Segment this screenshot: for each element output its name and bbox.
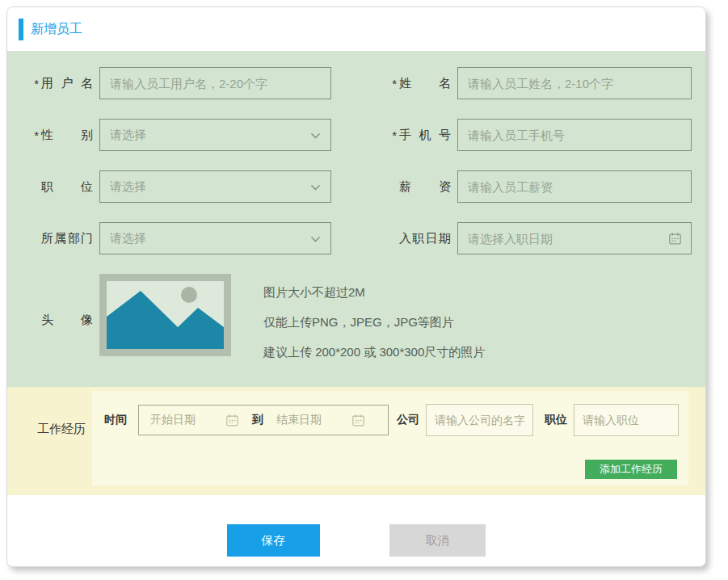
header-accent-bar <box>19 19 23 40</box>
work-experience-label: 工作经历 <box>37 422 86 437</box>
avatar-hint-size: 图片大小不超过2M <box>263 277 485 307</box>
date-range-to-label: 到 <box>252 413 263 427</box>
chevron-down-icon <box>310 184 321 191</box>
avatar-hints: 图片大小不超过2M 仅能上传PNG，JPEG，JPG等图片 建议上传 200*2… <box>263 274 485 367</box>
field-department: 所属部门 请选择 <box>19 222 331 254</box>
field-gender: * 性别 请选择 <box>19 119 331 151</box>
dialog-header: 新增员工 <box>7 7 705 51</box>
field-position: 职位 请选择 <box>19 170 331 203</box>
username-input[interactable] <box>100 68 330 99</box>
salary-input-wrap <box>457 170 692 203</box>
avatar-upload-box[interactable] <box>99 274 231 356</box>
salary-label: 薪资 <box>377 179 451 195</box>
hire-date-input-wrap <box>457 222 692 254</box>
chevron-down-icon <box>310 236 321 242</box>
phone-label: * 手机号 <box>377 128 451 143</box>
page-title: 新增员工 <box>31 21 82 38</box>
company-input[interactable] <box>426 404 533 436</box>
dialog-footer: 保存 取消 <box>7 495 705 557</box>
image-placeholder-icon <box>107 281 224 349</box>
work-experience-panel: 时间 开始日期 到 结束日期 <box>92 391 688 485</box>
date-range-picker[interactable]: 开始日期 到 结束日期 <box>138 405 389 435</box>
save-button[interactable]: 保存 <box>227 524 320 557</box>
phone-input[interactable] <box>458 120 691 150</box>
required-mark: * <box>392 77 397 90</box>
name-input[interactable] <box>458 68 691 99</box>
form-row-1: * 用户名 * 姓名 <box>19 67 705 99</box>
calendar-icon[interactable] <box>351 414 365 427</box>
field-hire-date: 入职日期 <box>377 222 692 254</box>
form-row-4: 所属部门 请选择 入职日期 <box>19 222 705 254</box>
add-employee-dialog: 新增员工 * 用户名 * 姓名 <box>6 6 706 567</box>
username-label: * 用户名 <box>19 76 93 91</box>
field-username: * 用户名 <box>19 67 331 99</box>
position-select-value: 请选择 <box>100 179 146 195</box>
gender-label: * 性别 <box>19 128 93 143</box>
job-title-label: 职位 <box>545 413 567 427</box>
position-select[interactable]: 请选择 <box>99 170 331 203</box>
start-date-placeholder[interactable]: 开始日期 <box>150 413 225 427</box>
required-mark: * <box>34 77 39 90</box>
avatar-hint-dimensions: 建议上传 200*200 或 300*300尺寸的照片 <box>263 337 485 367</box>
field-salary: 薪资 <box>377 170 692 203</box>
form-row-2: * 性别 请选择 * 手机号 <box>19 119 705 151</box>
salary-input[interactable] <box>458 171 691 202</box>
end-date-placeholder[interactable]: 结束日期 <box>276 413 351 427</box>
hire-date-input[interactable] <box>458 223 691 254</box>
required-mark: * <box>392 128 397 142</box>
employee-form-section: * 用户名 * 姓名 * 性别 <box>7 51 705 387</box>
company-label: 公司 <box>397 413 419 427</box>
avatar-label: 头像 <box>19 313 93 328</box>
field-phone: * 手机号 <box>377 119 692 151</box>
phone-input-wrap <box>457 119 692 151</box>
required-mark: * <box>34 128 39 142</box>
department-select[interactable]: 请选择 <box>99 222 331 254</box>
department-select-value: 请选择 <box>100 231 146 246</box>
time-label: 时间 <box>104 413 127 427</box>
position-label: 职位 <box>19 179 93 195</box>
username-input-wrap <box>99 67 331 99</box>
department-label: 所属部门 <box>19 231 93 246</box>
field-name: * 姓名 <box>377 67 692 99</box>
form-row-3: 职位 请选择 薪资 <box>19 170 705 203</box>
work-experience-row: 时间 开始日期 到 结束日期 <box>92 391 688 436</box>
cancel-button[interactable]: 取消 <box>389 524 486 557</box>
chevron-down-icon <box>310 132 321 139</box>
name-label: * 姓名 <box>377 76 451 91</box>
field-avatar: 头像 图片大小不超过2M 仅能上传PNG，JPEG，JPG等图片 建议上传 20… <box>19 274 705 367</box>
gender-select[interactable]: 请选择 <box>99 119 331 151</box>
job-title-input[interactable] <box>574 404 679 436</box>
work-experience-section: 工作经历 时间 开始日期 到 结束日期 <box>7 387 705 495</box>
hire-date-label: 入职日期 <box>377 231 451 246</box>
calendar-icon[interactable] <box>225 414 239 427</box>
add-work-experience-button[interactable]: 添加工作经历 <box>585 460 677 479</box>
name-input-wrap <box>457 67 692 99</box>
calendar-icon[interactable] <box>668 232 682 246</box>
avatar-hint-format: 仅能上传PNG，JPEG，JPG等图片 <box>263 307 485 337</box>
gender-select-value: 请选择 <box>100 128 146 143</box>
